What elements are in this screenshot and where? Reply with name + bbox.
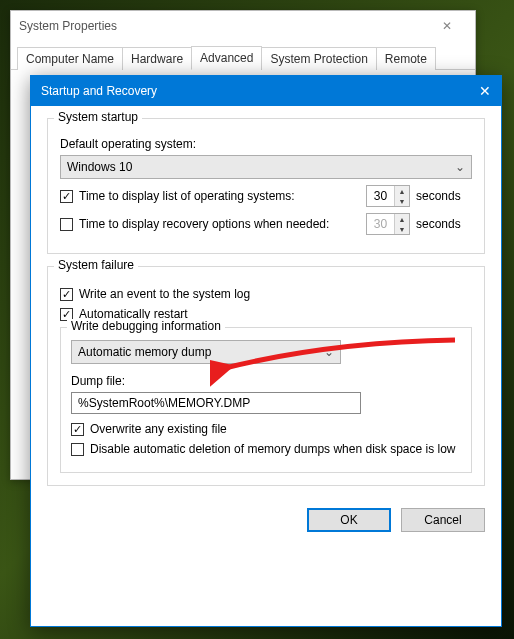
chevron-down-icon: ⌄ (455, 160, 465, 174)
parent-titlebar: System Properties ✕ (11, 11, 475, 41)
dialog-titlebar: Startup and Recovery ✕ (31, 76, 501, 106)
default-os-value: Windows 10 (67, 160, 132, 174)
default-os-select[interactable]: Windows 10 ⌄ (60, 155, 472, 179)
default-os-label: Default operating system: (60, 137, 472, 151)
dump-file-input[interactable]: %SystemRoot%\MEMORY.DMP (71, 392, 361, 414)
ok-button[interactable]: OK (307, 508, 391, 532)
startup-and-recovery-dialog: Startup and Recovery ✕ System startup De… (30, 75, 502, 627)
group-title: System failure (54, 258, 138, 272)
spin-value[interactable]: 30 (367, 186, 395, 206)
system-failure-group: System failure Write an event to the sys… (47, 266, 485, 486)
tab-strip: Computer Name Hardware Advanced System P… (11, 45, 475, 70)
close-icon[interactable]: ✕ (427, 19, 467, 33)
write-event-label: Write an event to the system log (79, 287, 250, 301)
tab-system-protection[interactable]: System Protection (261, 47, 376, 70)
tab-advanced[interactable]: Advanced (191, 46, 262, 70)
dump-type-value: Automatic memory dump (78, 345, 211, 359)
display-recovery-seconds: 30 ▲▼ (366, 213, 410, 235)
chevron-down-icon: ⌄ (324, 345, 334, 359)
spin-buttons[interactable]: ▲▼ (395, 186, 409, 206)
dialog-title-text: Startup and Recovery (41, 84, 157, 98)
dump-file-value: %SystemRoot%\MEMORY.DMP (78, 396, 250, 410)
tab-remote[interactable]: Remote (376, 47, 436, 70)
display-recovery-label: Time to display recovery options when ne… (79, 217, 329, 231)
cancel-label: Cancel (424, 513, 461, 527)
checkbox-overwrite[interactable] (71, 423, 84, 436)
chevron-up-icon: ▲ (395, 214, 409, 224)
debug-info-subgroup: Write debugging information Automatic me… (60, 327, 472, 473)
seconds-unit: seconds (416, 217, 472, 231)
group-title: System startup (54, 110, 142, 124)
chevron-down-icon: ▼ (395, 224, 409, 234)
dump-file-label: Dump file: (71, 374, 461, 388)
seconds-unit: seconds (416, 189, 472, 203)
subgroup-title: Write debugging information (67, 319, 225, 333)
disable-delete-label: Disable automatic deletion of memory dum… (90, 442, 456, 456)
dialog-buttons: OK Cancel (31, 508, 501, 546)
cancel-button[interactable]: Cancel (401, 508, 485, 532)
checkbox-disable-delete[interactable] (71, 443, 84, 456)
tab-hardware[interactable]: Hardware (122, 47, 192, 70)
display-os-list-seconds[interactable]: 30 ▲▼ (366, 185, 410, 207)
checkbox-write-event[interactable] (60, 288, 73, 301)
display-os-list-label: Time to display list of operating system… (79, 189, 295, 203)
checkbox-display-os-list[interactable] (60, 190, 73, 203)
system-startup-group: System startup Default operating system:… (47, 118, 485, 254)
spin-buttons: ▲▼ (395, 214, 409, 234)
spin-value: 30 (367, 214, 395, 234)
chevron-down-icon[interactable]: ▼ (395, 196, 409, 206)
parent-title-text: System Properties (19, 19, 117, 33)
tab-computer-name[interactable]: Computer Name (17, 47, 123, 70)
checkbox-display-recovery[interactable] (60, 218, 73, 231)
ok-label: OK (340, 513, 357, 527)
dump-type-select[interactable]: Automatic memory dump ⌄ (71, 340, 341, 364)
close-icon[interactable]: ✕ (461, 83, 491, 99)
chevron-up-icon[interactable]: ▲ (395, 186, 409, 196)
overwrite-label: Overwrite any existing file (90, 422, 227, 436)
